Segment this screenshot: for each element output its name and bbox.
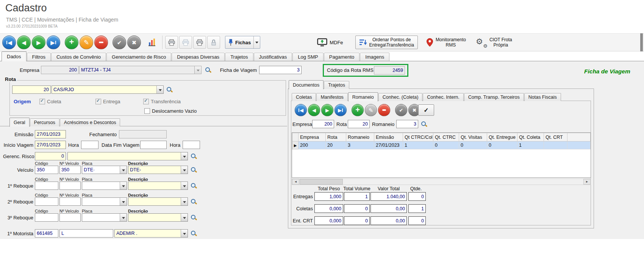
reboque2-num-field[interactable] [59,197,81,206]
chart-button[interactable] [145,36,158,49]
gerenc-risco-search-icon[interactable] [190,153,197,160]
grid-colheader-romaneio[interactable]: Romaneio [346,133,374,141]
tab-custos-convenio[interactable]: Custos de Convênio [51,53,106,61]
nav-first-button[interactable]: ◀ [2,36,16,49]
grid-colheader-qt-crt[interactable]: Qt. CRT [544,133,567,141]
tab-despesas-diversas[interactable]: Despesas Diversas [172,53,225,61]
motorista-codigo-field[interactable]: 661485 [35,229,58,238]
checkbox-deslocamento-vazio[interactable]: Deslocamento Vazio [144,108,197,114]
tab-notas-fiscais[interactable]: Notas Fiscais [524,93,561,101]
fichas-button[interactable]: Fichas [225,36,260,49]
rom-add-button[interactable]: + [352,104,364,116]
grid-colheader-qt-coleta[interactable]: Qt. Coleta [517,133,544,141]
emissao-field[interactable]: 27/01/2023 [35,130,66,138]
reboque1-codigo-field[interactable] [35,182,58,190]
tab-filtros[interactable]: Filtros [27,53,51,61]
scroll-right-icon[interactable]: ► [583,179,591,185]
tab-log-smp[interactable]: Log SMP [292,53,323,61]
nav-last-button[interactable]: ▶ [47,36,60,49]
rom-edit-button[interactable]: ✎ [365,104,377,116]
tab-trajetos-right[interactable]: Trajetos [324,81,349,89]
tab-documentos[interactable]: Documentos [289,80,324,89]
grid-colheader-qt-ctrc[interactable]: Qt. CTRC [433,133,459,141]
inicio-viagem-field[interactable]: 27/01/2023 [35,141,66,149]
rom-nav-last-button[interactable]: ▶ [335,104,347,116]
rota-code-field[interactable]: 20 [12,85,51,94]
reboque3-placa-combo[interactable] [82,213,127,222]
reboque3-codigo-field[interactable] [35,213,58,222]
gerenc-risco-code-field[interactable]: 0 [35,152,66,160]
scroll-left-icon[interactable]: ◄ [292,179,299,185]
reboque1-num-field[interactable] [59,182,81,190]
tab-justificativas[interactable]: Justificativas [254,53,292,61]
reboque2-search-icon[interactable] [190,198,197,205]
fichas-dropdown-button[interactable] [253,36,260,48]
rom-confirm-button[interactable]: ✔ [395,104,407,116]
reboque3-num-field[interactable] [59,213,81,222]
scroll-thumb[interactable] [300,179,343,185]
confirm-button[interactable]: ✔ [113,36,126,49]
rom-delete-button[interactable] [378,104,390,116]
tab-geral[interactable]: Geral [9,118,30,127]
mdfe-button[interactable]: MDFe [317,38,343,47]
reboque1-descricao-combo[interactable] [128,182,188,190]
rom-romaneio-field[interactable]: 3 [396,120,418,128]
print-alt-button[interactable] [193,36,206,49]
motorista-search-icon[interactable] [190,230,197,237]
grid-hscrollbar[interactable]: ◄ ► [292,179,591,185]
grid-colheader-empresa[interactable]: Empresa [299,133,326,141]
tab-conhec-intern[interactable]: Conhec. Intern. [423,93,463,101]
ficha-viagem-field[interactable]: 3 [259,66,302,74]
reboque1-placa-combo[interactable] [82,182,127,190]
hora1-field[interactable] [81,141,98,149]
rom-rota-field[interactable]: 20 [348,120,370,128]
tab-dados[interactable]: Dados [2,51,27,61]
tab-coletas[interactable]: Coletas [292,93,316,101]
grid-row[interactable]: ▶ 200 20 3 27/01/2023 1 0 0 0 1 [292,141,591,149]
tab-romaneio[interactable]: Romaneio [348,92,378,101]
tab-gerenciamento-risco[interactable]: Gerenciamento de Risco [106,53,171,61]
grid-colheader-qt-ctrc-col[interactable]: Qt CTRC/Col [403,133,433,141]
print-button[interactable] [165,36,178,49]
rom-search-icon[interactable] [420,121,427,127]
add-button[interactable]: + [65,36,78,49]
rom-nav-next-button[interactable]: ▶ [321,104,333,116]
ciot-frota-button[interactable]: ⚙⚙ CIOT Frota Própria [476,37,512,48]
rota-search-icon[interactable] [166,86,173,93]
tab-pagamento[interactable]: Pagamento [324,53,360,61]
reboque2-placa-combo[interactable] [82,197,127,206]
tab-percursos[interactable]: Percursos [30,118,59,126]
cancel-button[interactable]: ✖ [127,36,141,49]
veiculo-search-icon[interactable] [190,166,197,173]
grid-colheader-qt-visitas[interactable]: Qt. Visitas [459,133,487,141]
reboque2-descricao-combo[interactable] [128,197,188,206]
print-preview-button[interactable] [179,36,192,49]
hora2-field[interactable] [183,141,200,149]
tab-comp-transp-terceiros[interactable]: Comp. Transp. Terceiros [464,93,524,101]
empresa-search-icon[interactable] [205,67,211,73]
rom-nav-first-button[interactable]: ◀ [295,104,307,116]
rota-name-combo[interactable]: CAS/RJO [52,85,164,94]
tab-acrescimos-descontos[interactable]: Acréscimos e Descontos [60,118,120,126]
rom-nav-prev-button[interactable]: ◀ [308,104,320,116]
data-fim-viagem-field[interactable] [140,141,167,149]
veiculo-codigo-field[interactable]: 350 [35,166,58,174]
grid-colheader-emissao[interactable]: Emissão [374,133,403,141]
monitoramento-rms-button[interactable]: Monitoramento RMS [426,37,466,48]
rom-apply-button[interactable]: ✓ [418,104,434,116]
motorista-nome-parcial-field[interactable]: L [59,229,113,238]
edit-button[interactable]: ✎ [80,36,93,49]
nav-next-button[interactable]: ▶ [32,36,45,49]
reboque1-search-icon[interactable] [190,182,197,189]
lock-button[interactable] [207,36,220,49]
tab-trajetos[interactable]: Trajetos [225,53,253,61]
grid-colheader-rota[interactable]: Rota [326,133,346,141]
reboque3-descricao-combo[interactable] [128,213,188,222]
nav-prev-button[interactable]: ◀ [17,36,31,49]
gerenc-risco-combo[interactable] [67,152,188,160]
reboque3-search-icon[interactable] [190,214,197,221]
veiculo-placa-combo[interactable]: DTE· [82,166,127,174]
veiculo-descricao-combo[interactable]: DTE- [128,166,188,174]
ordenar-pontos-button[interactable]: Ordenar Pontos de Entrega\Transferência [355,36,418,50]
reboque2-codigo-field[interactable] [35,197,58,206]
